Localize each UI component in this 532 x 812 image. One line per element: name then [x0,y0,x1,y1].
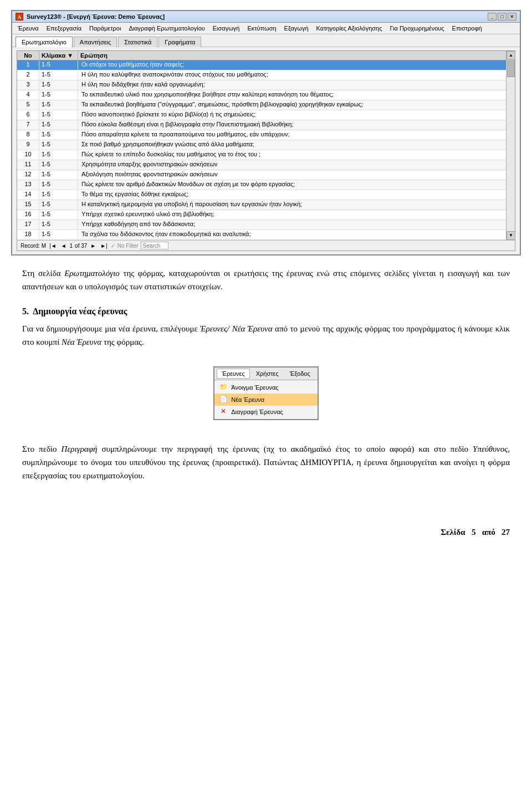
para3-text2: συμπληρώνουμε την περιγραφή της έρευνας … [97,445,473,453]
popup-item-delete[interactable]: ✕ Διαγραφή Έρευνας [214,406,318,418]
para2-italic2: Νέα Έρευνα [62,338,101,346]
menu-eisagogi[interactable]: Εισαγωγή [209,24,243,33]
cell-erotisi: Η καταληκτική ημερομηνία για υποβολή ή π… [78,200,506,210]
table-row[interactable]: 10 1-5 Πώς κρίνετε το επίπεδο δυσκολίας … [17,150,506,160]
scroll-up-button[interactable]: ▲ [507,51,515,60]
popup-menu-eksodos[interactable]: Έξοδος [285,369,315,379]
col-header-klimaka[interactable]: Κλίμακα ▼ [39,51,78,60]
popup-body: 📁 Άνοιγμα Έρευνας 📄 Νέα Έρευνα ✕ Διαγραφ… [214,380,318,419]
cell-klimaka: 1-5 [39,210,78,219]
vertical-scrollbar[interactable]: ▲ ▼ [506,51,515,240]
maximize-button[interactable]: □ [498,13,507,21]
para3-text3: συμπληρώνουμε το όνομα του υπευθύνου της… [22,458,510,480]
menu-parametroi[interactable]: Παράμετροι [86,24,124,33]
menu-epistrofi[interactable]: Επιστροφή [449,24,485,33]
cell-klimaka: 1-5 [39,140,78,150]
cell-no: 5 [17,100,39,110]
cell-erotisi: Χρησιμότητα υπαρξης φροντιστηρακών ασκήσ… [78,160,506,170]
cell-klimaka: 1-5 [39,170,78,180]
menu-proxoremenoi[interactable]: Για Προχωρημένους [386,24,447,33]
cell-erotisi: Πώς κρίνετε το επίπεδο δυσκολίας του μαθ… [78,150,506,160]
scroll-down-button[interactable]: ▼ [507,231,515,240]
cell-erotisi: Το εκπαιδευτικό υλικό που χρησιμοποιήθηκ… [78,90,506,100]
table-row[interactable]: 6 1-5 Πόσο ικανοποιητικό βρίσκετε το κύρ… [17,110,506,120]
title-bar: A Survey123® - [Ενεργή Έρευνα: Demo Έρευ… [12,11,520,23]
cell-no: 13 [17,180,39,190]
nav-last-button[interactable]: ►| [99,243,109,249]
table-row[interactable]: 1 1-5 Οι στόχοι του μαθήματος ήταν σαφεί… [17,60,506,70]
popup-item-new[interactable]: 📄 Νέα Έρευνα [214,394,318,406]
cell-erotisi: Πόσο ικανοποιητικό βρίσκετε το κύριο βιβ… [78,110,506,120]
close-button[interactable]: ✕ [508,13,516,21]
table-row[interactable]: 16 1-5 Υπήρχε σχετικό ερευνητικό υλικό σ… [17,210,506,220]
scroll-thumb[interactable] [507,60,515,77]
menu-diagrafi[interactable]: Διαγραφή Ερωτηματολογίου [125,24,208,33]
table-row[interactable]: 4 1-5 Το εκπαιδευτικό υλικό που χρησιμοπ… [17,90,506,100]
table-row[interactable]: 7 1-5 Πόσο εύκολα διαθέσιμη είναι η βιβλ… [17,120,506,130]
nav-prev-button[interactable]: ◄ [60,243,68,249]
window-controls: _ □ ✕ [488,13,516,21]
cell-klimaka: 1-5 [39,150,78,160]
tab-erotimato[interactable]: Ερωτηματολόγιο [16,37,73,47]
table-row[interactable]: 15 1-5 Η καταληκτική ημερομηνία για υποβ… [17,200,506,210]
menu-epeksergasia[interactable]: Επεξεργασία [43,24,85,33]
cell-no: 18 [17,230,39,239]
cell-klimaka: 1-5 [39,120,78,130]
page-total: 27 [502,528,510,537]
menu-ektiposi[interactable]: Εκτύπωση [244,24,279,33]
popup-item-open[interactable]: 📁 Άνοιγμα Έρευνας [214,381,318,394]
table-row[interactable]: 14 1-5 Το θέμα της εργασίας δόθηκε εγκαί… [17,190,506,200]
table-row[interactable]: 17 1-5 Υπήρχε καθοδήγηση από τον διδάσκο… [17,220,506,230]
cell-erotisi: Η ύλη που διδάχθηκε ήταν καλά οργανωμένη… [78,80,506,90]
nav-next-button[interactable]: ► [89,243,97,249]
cell-no: 12 [17,170,39,180]
table-row[interactable]: 2 1-5 Η ύλη που καλύφθηκε αναποκρινόταν … [17,70,506,80]
menu-kategorii[interactable]: Κατηγορίες Αξιολόγησης [313,24,386,33]
cell-erotisi: Πώς κρίνετε τον αριθμό Διδακτικών Μονάδω… [78,180,506,190]
cell-erotisi: Πόσο εύκολα διαθέσιμη είναι η βιβλιογραφ… [78,120,506,130]
delete-icon: ✕ [219,407,228,416]
section-5-heading: 5. Δημιουργία νέας έρευνας [22,307,510,316]
table-row[interactable]: 11 1-5 Χρησιμότητα υπαρξης φροντιστηρακώ… [17,160,506,170]
table-row[interactable]: 13 1-5 Πώς κρίνετε τον αριθμό Διδακτικών… [17,180,506,190]
cell-klimaka: 1-5 [39,160,78,170]
cell-klimaka: 1-5 [39,180,78,190]
minimize-button[interactable]: _ [488,13,497,21]
popup-menu-xristes[interactable]: Χρήστες [251,369,284,379]
popup-menu-erevnes[interactable]: Έρευνες [217,369,250,379]
tab-grafimata[interactable]: Γραφήματα [158,37,201,47]
nav-first-button[interactable]: |◄ [48,243,58,249]
table-row[interactable]: 9 1-5 Σε ποιό βαθμό χρησιμοποιήθηκαν γνώ… [17,140,506,150]
tab-apantiseis[interactable]: Απαντήσεις [74,37,117,47]
table-row[interactable]: 3 1-5 Η ύλη που διδάχθηκε ήταν καλά οργα… [17,80,506,90]
search-input[interactable] [141,242,168,249]
menu-popup-window: Έρευνες Χρήστες Έξοδος 📁 Άνοιγμα Έρευνας… [213,366,319,420]
cell-erotisi: Η ύλη που καλύφθηκε αναποκρινόταν στους … [78,70,506,80]
table-row[interactable]: 5 1-5 Τα εκπαιδευτικά βοηθήματα ("σύγγρα… [17,100,506,110]
tab-statistika[interactable]: Στατιστικά [118,37,157,47]
table-row[interactable]: 12 1-5 Αξιολόγηση ποιότητας φροντιστηρακ… [17,170,506,180]
popup-center: Έρευνες Χρήστες Έξοδος 📁 Άνοιγμα Έρευνας… [22,355,510,431]
filter-label: ✓ [111,243,115,249]
scroll-track[interactable] [507,60,515,231]
cell-no: 14 [17,190,39,200]
para2-text3: της φόρμας. [101,338,144,346]
cell-erotisi: Αξιολόγηση ποιότητας φροντιστηρακών ασκή… [78,170,506,180]
cell-klimaka: 1-5 [39,60,78,70]
table-row[interactable]: 18 1-5 Τα σχόλια του διδάσκοντος ήταν επ… [17,230,506,240]
table-status-bar: Record: M |◄ ◄ 1 of 37 ► ►| ✓ No Filter [17,240,515,251]
cell-erotisi: Σε ποιό βαθμό χρησιμοποιήθηκαν γνώσεις α… [78,140,506,150]
cell-klimaka: 1-5 [39,100,78,110]
cell-no: 10 [17,150,39,160]
window-title: Survey123® - [Ενεργή Έρευνα: Demo Έρευνα… [27,13,165,20]
cell-no: 6 [17,110,39,120]
menu-erevna[interactable]: Έρευνα [14,24,42,33]
col-header-erotisi[interactable]: Ερώτηση [78,51,506,60]
folder-icon: 📁 [219,383,228,392]
col-header-no[interactable]: Νο [17,51,39,60]
page-info: Σελίδα 5 από 27 [441,528,510,537]
menu-eksagogi[interactable]: Εξαγωγή [281,24,312,33]
table-row[interactable]: 8 1-5 Πόσο απαραίτητα κρίνετε τα προαπαι… [17,130,506,140]
cell-klimaka: 1-5 [39,80,78,90]
cell-no: 15 [17,200,39,210]
